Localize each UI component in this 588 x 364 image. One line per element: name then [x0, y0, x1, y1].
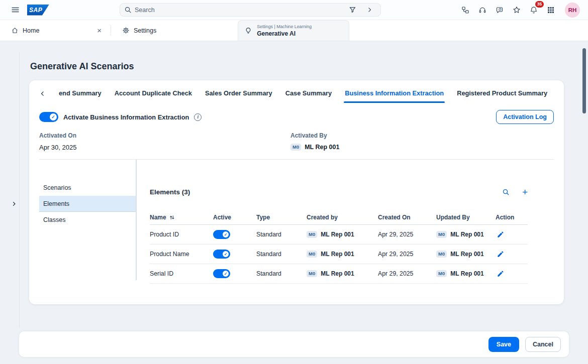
shell-actions: @ 35 RH — [458, 3, 580, 18]
activate-toggle-label: Activate Business Information Extraction — [63, 113, 189, 121]
notifications-icon[interactable]: 35 — [527, 3, 541, 17]
toggle-check-icon: ✓ — [223, 251, 229, 257]
activated-on-value: Apr 30, 2025 — [39, 144, 290, 151]
subnav-item-scenarios[interactable]: Scenarios — [39, 180, 136, 196]
activation-log-button[interactable]: Activation Log — [496, 110, 554, 124]
subnav-item-classes[interactable]: Classes — [39, 212, 136, 228]
app-tabbar: Home × Settings Settings | Machine Learn… — [0, 20, 588, 41]
svg-text:@: @ — [498, 8, 502, 11]
row-active-toggle[interactable]: ✓ — [213, 269, 230, 278]
activated-by-label: Activated By — [290, 132, 554, 139]
support-icon[interactable] — [475, 3, 489, 17]
scenario-tab-active[interactable]: Business Information Extraction — [345, 89, 444, 103]
side-panel-divider — [19, 52, 20, 327]
machine-learning-icon — [244, 27, 252, 35]
close-tab-icon[interactable]: × — [95, 26, 104, 35]
search-bar[interactable] — [120, 3, 381, 17]
sap-logo-text: SAP — [29, 7, 42, 14]
tab-home[interactable]: Home × — [8, 20, 107, 41]
main-content: Generative AI Scenarios end Summary Acco… — [0, 41, 588, 364]
scenario-tab[interactable]: Sales Order Summary — [205, 89, 272, 103]
menu-icon[interactable] — [8, 3, 22, 17]
activated-by-field: Activated By M0 ML Rep 001 — [290, 132, 554, 151]
created-on-value: Apr 29, 2025 — [378, 231, 436, 238]
column-type: Type — [256, 214, 307, 221]
edit-icon[interactable] — [496, 269, 505, 279]
edit-icon[interactable] — [496, 250, 505, 259]
scenario-tab[interactable]: Account Duplicate Check — [115, 89, 192, 103]
toggle-check-icon: ✓ — [223, 271, 229, 277]
created-by-value: ML Rep 001 — [321, 251, 354, 258]
tab-generative-ai-label: Generative AI — [257, 30, 312, 37]
table-search-icon[interactable] — [499, 185, 513, 199]
user-chip: M0 — [436, 231, 447, 238]
scenario-tab[interactable]: end Summary — [59, 89, 102, 103]
search-options-icon[interactable] — [362, 3, 376, 17]
updated-by-value: ML Rep 001 — [450, 270, 483, 277]
column-updated-by: Updated By — [436, 214, 496, 221]
updated-by-value: ML Rep 001 — [450, 231, 483, 238]
user-chip: M0 — [436, 270, 447, 277]
sort-icon[interactable] — [169, 214, 175, 220]
footer-bar: Save Cancel — [19, 331, 569, 357]
home-icon — [11, 27, 19, 34]
table-header-row: Name Active Type Created by Created On U… — [150, 210, 528, 225]
element-name: Product ID — [150, 231, 213, 238]
activated-by-value: ML Rep 001 — [305, 144, 339, 151]
scenario-tab[interactable]: Case Summary — [285, 89, 332, 103]
column-created-by: Created by — [307, 214, 378, 221]
user-avatar[interactable]: RH — [565, 3, 580, 18]
activate-scenario-toggle[interactable]: ✓ — [39, 112, 58, 122]
elements-table: Name Active Type Created by Created On U… — [150, 210, 528, 284]
column-name[interactable]: Name — [150, 214, 213, 221]
element-type: Standard — [256, 270, 307, 277]
table-row: Serial ID ✓ Standard M0ML Rep 001 Apr 29… — [150, 264, 528, 284]
gear-icon — [122, 27, 130, 34]
cancel-button[interactable]: Cancel — [525, 337, 561, 352]
save-button[interactable]: Save — [488, 337, 519, 352]
quick-links-icon[interactable] — [458, 3, 472, 17]
column-action: Action — [496, 214, 528, 221]
search-icon — [124, 6, 132, 14]
created-by-value: ML Rep 001 — [321, 270, 354, 277]
toggle-check-icon: ✓ — [50, 113, 57, 120]
scrollbar-thumb[interactable] — [582, 48, 586, 113]
scenario-subnav: Scenarios Elements Classes — [39, 160, 136, 280]
favorites-icon[interactable] — [510, 3, 524, 17]
shell-header: SAP @ 35 RH — [0, 0, 588, 20]
tab-generative-ai[interactable]: Settings | Machine Learning Generative A… — [238, 20, 349, 41]
scenario-tabstrip: end Summary Account Duplicate Check Sale… — [39, 89, 554, 103]
scenario-card: end Summary Account Duplicate Check Sale… — [29, 80, 564, 304]
tab-settings[interactable]: Settings — [115, 20, 163, 41]
app-switcher-icon[interactable] — [544, 3, 558, 17]
toggle-check-icon: ✓ — [223, 231, 229, 237]
side-panel-expand-icon[interactable] — [9, 199, 19, 209]
scenario-tab[interactable]: Registered Product Summary — [457, 89, 547, 103]
edit-icon[interactable] — [496, 230, 505, 239]
activation-row: ✓ Activate Business Information Extracti… — [39, 110, 554, 124]
notification-badge: 35 — [535, 1, 544, 8]
created-on-value: Apr 29, 2025 — [378, 251, 436, 258]
table-row: Product ID ✓ Standard M0ML Rep 001 Apr 2… — [150, 225, 528, 245]
row-active-toggle[interactable]: ✓ — [213, 230, 230, 239]
created-by-value: ML Rep 001 — [321, 231, 354, 238]
user-chip: M0 — [290, 144, 301, 151]
activated-on-label: Activated On — [39, 132, 290, 139]
info-icon[interactable]: i — [194, 113, 202, 121]
add-icon[interactable]: + — [522, 187, 528, 197]
elements-title: Elements (3) — [150, 188, 190, 196]
search-input[interactable] — [135, 7, 342, 14]
updated-by-value: ML Rep 001 — [450, 251, 483, 258]
user-chip: M0 — [307, 251, 317, 258]
filter-icon[interactable] — [345, 3, 359, 17]
subnav-item-elements[interactable]: Elements — [39, 196, 136, 212]
chat-icon[interactable]: @ — [493, 3, 507, 17]
tab-scroll-left-icon[interactable] — [39, 90, 46, 103]
page-title: Generative AI Scenarios — [30, 61, 134, 72]
column-active: Active — [213, 214, 256, 221]
tab-settings-label: Settings — [134, 27, 156, 34]
row-active-toggle[interactable]: ✓ — [213, 250, 230, 259]
user-chip: M0 — [436, 251, 447, 258]
column-created-on: Created On — [378, 214, 436, 221]
table-row: Product Name ✓ Standard M0ML Rep 001 Apr… — [150, 245, 528, 264]
